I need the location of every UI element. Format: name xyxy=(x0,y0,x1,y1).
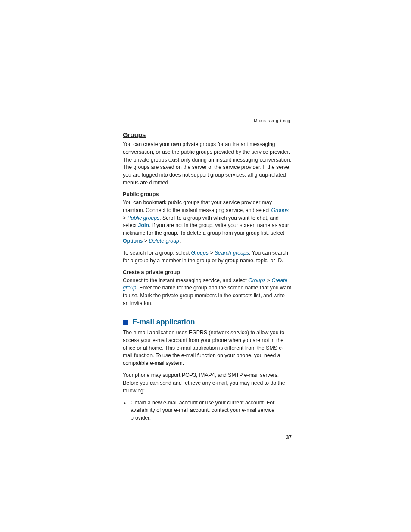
document-page: Messaging Groups You can create your own… xyxy=(123,118,292,426)
email-bullet-list: Obtain a new e-mail account or use your … xyxy=(123,399,292,422)
list-item: Obtain a new e-mail account or use your … xyxy=(123,399,292,422)
email-paragraph-2: Your phone may support POP3, IMAP4, and … xyxy=(123,372,292,395)
text-fragment: Connect to the instant messaging service… xyxy=(123,277,248,283)
heading-create-private-group: Create a private group xyxy=(123,269,292,275)
section-email-application: E-mail application xyxy=(123,318,292,327)
square-bullet-icon xyxy=(123,320,128,325)
create-private-paragraph: Connect to the instant messaging service… xyxy=(123,277,292,308)
separator: > xyxy=(143,238,149,244)
ui-reference-groups: Groups xyxy=(248,277,265,283)
ui-reference-options: Options xyxy=(123,238,143,244)
ui-reference-join: Join xyxy=(138,222,149,228)
public-groups-paragraph-1: You can bookmark public groups that your… xyxy=(123,199,292,245)
separator: > xyxy=(123,215,128,221)
public-groups-paragraph-2: To search for a group, select Groups > S… xyxy=(123,249,292,265)
groups-intro-paragraph: You can create your own private groups f… xyxy=(123,141,292,187)
separator: > xyxy=(266,277,272,283)
running-header: Messaging xyxy=(123,118,292,123)
email-paragraph-1: The e-mail application uses EGPRS (netwo… xyxy=(123,329,292,367)
ui-reference-search-groups: Search groups xyxy=(215,250,249,256)
page-number: 37 xyxy=(286,434,292,440)
heading-public-groups: Public groups xyxy=(123,191,292,197)
heading-groups: Groups xyxy=(123,131,292,138)
text-fragment: . xyxy=(179,238,181,244)
separator: > xyxy=(209,250,215,256)
text-fragment: . Enter the name for the group and the s… xyxy=(123,285,291,306)
ui-reference-groups: Groups xyxy=(271,207,289,213)
ui-reference-groups: Groups xyxy=(191,250,209,256)
ui-reference-public-groups: Public groups xyxy=(128,215,160,221)
text-fragment: You can bookmark public groups that your… xyxy=(123,199,272,213)
ui-reference-delete-group: Delete group xyxy=(149,238,179,244)
section-title-text: E-mail application xyxy=(132,318,195,327)
text-fragment: To search for a group, select xyxy=(123,250,191,256)
